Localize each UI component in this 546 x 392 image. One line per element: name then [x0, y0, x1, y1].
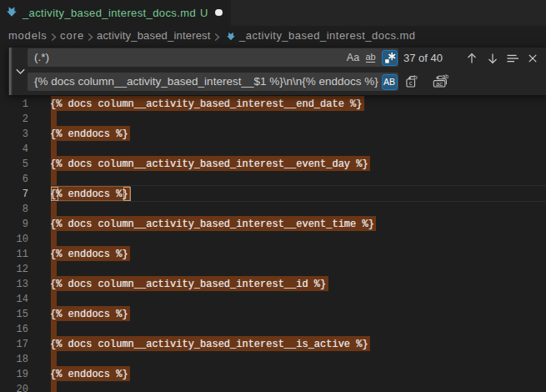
svg-text:ab: ab	[365, 52, 375, 62]
svg-text:ab: ab	[443, 74, 449, 79]
svg-text:c: c	[409, 79, 413, 87]
svg-text:b: b	[414, 74, 418, 81]
svg-text:ac: ac	[436, 80, 443, 88]
